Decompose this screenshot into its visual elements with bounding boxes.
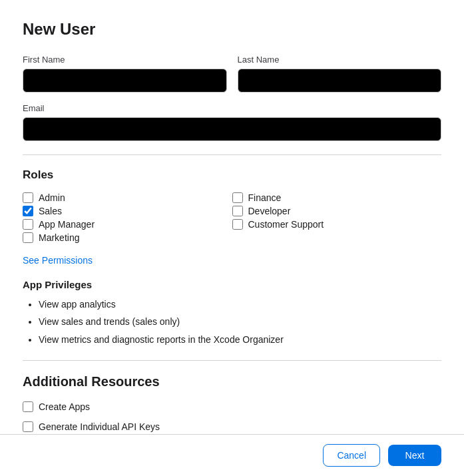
- roles-left-column: Admin Sales App Manager Marketing: [23, 191, 232, 244]
- generate-api-keys-label: Generate Individual API Keys: [39, 421, 160, 432]
- role-sales-label: Sales: [39, 206, 62, 216]
- last-name-group: Last Name: [238, 55, 442, 93]
- role-marketing-checkbox[interactable]: [23, 232, 33, 243]
- role-finance-checkbox[interactable]: [232, 192, 243, 203]
- email-label: Email: [23, 103, 441, 113]
- privileges-list: View app analytics View sales and trends…: [23, 297, 441, 347]
- footer-bar: Cancel Next: [0, 434, 464, 476]
- email-input[interactable]: [23, 117, 441, 141]
- cancel-button[interactable]: Cancel: [323, 444, 380, 467]
- role-admin-label: Admin: [39, 192, 65, 203]
- role-app-manager-item: App Manager: [23, 218, 232, 231]
- name-row: First Name Last Name: [23, 55, 441, 93]
- role-sales-item: Sales: [23, 204, 232, 218]
- last-name-input[interactable]: [238, 69, 442, 93]
- roles-right-column: Finance Developer Customer Support: [232, 191, 442, 244]
- roles-grid: Admin Sales App Manager Marketing Financ…: [23, 191, 441, 244]
- first-name-group: First Name: [23, 55, 227, 93]
- role-sales-checkbox[interactable]: [23, 206, 33, 216]
- privilege-item-2: View sales and trends (sales only): [39, 314, 441, 329]
- first-name-input[interactable]: [23, 69, 227, 93]
- page-container: New User First Name Last Name Email Role…: [0, 0, 464, 476]
- role-marketing-label: Marketing: [39, 232, 79, 243]
- divider-2: [23, 360, 441, 361]
- roles-section-title: Roles: [23, 168, 441, 182]
- app-privileges-title: App Privileges: [23, 279, 441, 290]
- role-developer-item: Developer: [232, 204, 442, 218]
- role-developer-label: Developer: [248, 206, 291, 216]
- role-marketing-item: Marketing: [23, 231, 232, 244]
- next-button[interactable]: Next: [388, 445, 441, 466]
- generate-api-keys-item: Generate Individual API Keys: [23, 420, 441, 433]
- see-permissions-link[interactable]: See Permissions: [23, 255, 93, 266]
- role-admin-checkbox[interactable]: [23, 192, 33, 203]
- divider-1: [23, 154, 441, 155]
- role-finance-item: Finance: [232, 191, 442, 204]
- role-customer-support-label: Customer Support: [248, 219, 324, 230]
- create-apps-label: Create Apps: [39, 401, 90, 412]
- create-apps-item: Create Apps: [23, 400, 441, 413]
- last-name-label: Last Name: [238, 55, 442, 65]
- role-customer-support-checkbox[interactable]: [232, 219, 243, 230]
- generate-api-keys-checkbox[interactable]: [23, 421, 33, 432]
- role-app-manager-label: App Manager: [39, 219, 95, 230]
- privilege-item-1: View app analytics: [39, 297, 441, 312]
- additional-resources-title: Additional Resources: [23, 374, 441, 389]
- role-customer-support-item: Customer Support: [232, 218, 442, 231]
- privilege-item-3: View metrics and diagnostic reports in t…: [39, 332, 441, 347]
- role-admin-item: Admin: [23, 191, 232, 204]
- additional-checkboxes: Create Apps Generate Individual API Keys: [23, 400, 441, 433]
- role-finance-label: Finance: [248, 192, 282, 203]
- role-app-manager-checkbox[interactable]: [23, 219, 33, 230]
- first-name-label: First Name: [23, 55, 227, 65]
- create-apps-checkbox[interactable]: [23, 401, 33, 412]
- email-group: Email: [23, 103, 441, 141]
- page-title: New User: [23, 20, 441, 39]
- role-developer-checkbox[interactable]: [232, 206, 243, 216]
